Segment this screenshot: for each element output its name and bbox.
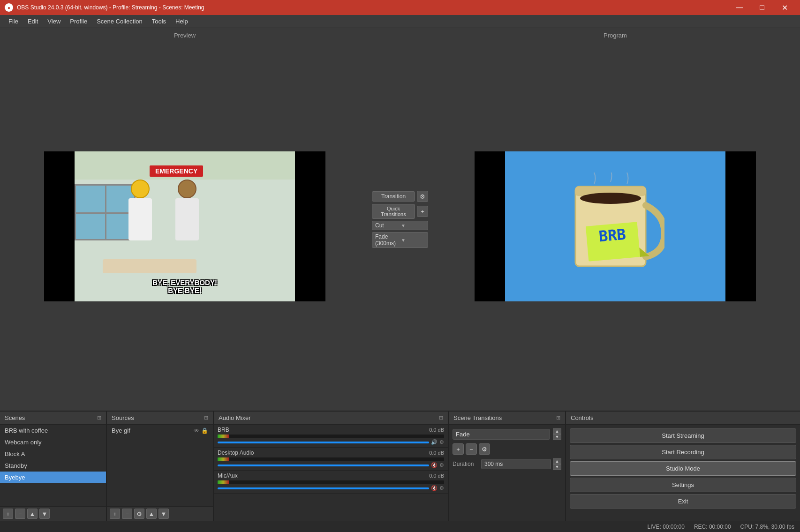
duration-input[interactable]: 300 ms bbox=[481, 459, 551, 469]
transitions-gear-button[interactable]: ⚙ bbox=[479, 443, 490, 455]
brb-channel-name: BRB bbox=[218, 427, 229, 433]
transition-spinner-down[interactable]: ▼ bbox=[553, 434, 561, 440]
brb-settings-icon[interactable]: ⚙ bbox=[439, 439, 444, 445]
menu-scene-collection[interactable]: Scene Collection bbox=[92, 16, 147, 27]
audio-channel-brb: BRB 0.0 dB 🔊 ⚙ bbox=[214, 425, 448, 448]
desktop-settings-icon[interactable]: ⚙ bbox=[439, 462, 444, 468]
controls-panel-header: Controls bbox=[566, 412, 800, 425]
mic-meter bbox=[218, 480, 444, 484]
chevron-down-icon-2: ▼ bbox=[401, 238, 425, 243]
menu-help[interactable]: Help bbox=[171, 16, 193, 27]
scene-item-block[interactable]: Block A bbox=[0, 448, 106, 460]
scene-item-standby[interactable]: Standby bbox=[0, 460, 106, 472]
menu-profile[interactable]: Profile bbox=[65, 16, 92, 27]
preview-simpsons-scene: EMERGENCY bbox=[75, 151, 295, 301]
start-streaming-button[interactable]: Start Streaming bbox=[570, 428, 796, 443]
mic-mute-icon[interactable]: 🔇 bbox=[431, 485, 438, 491]
scenes-down-button[interactable]: ▼ bbox=[39, 509, 50, 519]
main-area: Preview EMERGENCY bbox=[0, 28, 800, 532]
mic-meter-fill bbox=[218, 480, 229, 484]
sources-down-button[interactable]: ▼ bbox=[158, 509, 169, 519]
sources-up-button[interactable]: ▲ bbox=[146, 509, 157, 519]
audio-mixer-icon[interactable]: ⊞ bbox=[439, 415, 443, 421]
preview-label: Preview bbox=[174, 32, 196, 39]
scenes-list: BRB with coffee Webcam only Block A Stan… bbox=[0, 425, 106, 506]
program-scene-content: BRB bbox=[505, 151, 725, 301]
quick-transitions-add-button[interactable]: + bbox=[417, 206, 428, 217]
preview-scene-content: EMERGENCY bbox=[75, 151, 295, 301]
menubar: File Edit View Profile Scene Collection … bbox=[0, 15, 800, 28]
minimize-button[interactable]: — bbox=[729, 0, 750, 15]
program-label: Program bbox=[604, 32, 627, 39]
scenes-panel-header: Scenes ⊞ bbox=[0, 412, 106, 425]
brb-mute-icon[interactable]: 🔊 bbox=[431, 439, 438, 445]
lock-icon[interactable]: 🔒 bbox=[201, 427, 208, 434]
brb-db: 0.0 dB bbox=[429, 427, 444, 433]
obs-icon: ● bbox=[5, 3, 13, 12]
controls-panel: Controls Start Streaming Start Recording… bbox=[566, 412, 800, 521]
menu-edit[interactable]: Edit bbox=[23, 16, 43, 27]
menu-tools[interactable]: Tools bbox=[147, 16, 171, 27]
emergency-sign: EMERGENCY bbox=[150, 165, 203, 177]
transition-fade-item[interactable]: Fade (300ms) ▼ bbox=[372, 232, 428, 248]
scenes-add-button[interactable]: + bbox=[3, 509, 13, 519]
settings-button[interactable]: Settings bbox=[570, 478, 796, 492]
scene-transitions-icon[interactable]: ⊞ bbox=[556, 415, 560, 421]
transition-select-row: Fade ▲ ▼ bbox=[453, 428, 561, 440]
mic-slider[interactable] bbox=[218, 487, 429, 489]
transition-select[interactable]: Fade bbox=[453, 429, 550, 440]
scenes-panel-icon[interactable]: ⊞ bbox=[97, 415, 101, 421]
desktop-controls: 🔇 ⚙ bbox=[218, 462, 444, 468]
sources-properties-button[interactable]: ⚙ bbox=[134, 509, 144, 519]
menu-file[interactable]: File bbox=[4, 16, 23, 27]
desktop-mute-icon[interactable]: 🔇 bbox=[431, 462, 438, 468]
window-controls[interactable]: — □ ✕ bbox=[729, 0, 795, 15]
scene-item-webcam[interactable]: Webcam only bbox=[0, 436, 106, 448]
brb-meter bbox=[218, 435, 444, 438]
mic-channel-header: Mic/Aux 0.0 dB bbox=[218, 472, 444, 479]
mic-settings-icon[interactable]: ⚙ bbox=[439, 485, 444, 491]
brb-meter-fill bbox=[218, 435, 229, 438]
preview-video-area: EMERGENCY bbox=[0, 42, 370, 411]
audio-channels-list: BRB 0.0 dB 🔊 ⚙ Desktop Audio bbox=[214, 425, 448, 521]
sources-remove-button[interactable]: − bbox=[122, 509, 132, 519]
close-button[interactable]: ✕ bbox=[774, 0, 795, 15]
start-recording-button[interactable]: Start Recording bbox=[570, 445, 796, 459]
duration-spinner-up[interactable]: ▲ bbox=[553, 458, 561, 464]
scenes-up-button[interactable]: ▲ bbox=[27, 509, 38, 519]
source-item-bye-gif[interactable]: Bye gif 👁 🔒 bbox=[107, 425, 213, 436]
eye-icon[interactable]: 👁 bbox=[194, 427, 199, 434]
duration-label: Duration bbox=[453, 461, 478, 467]
audio-channel-desktop: Desktop Audio 0.0 dB 🔇 ⚙ bbox=[214, 448, 448, 471]
sources-add-button[interactable]: + bbox=[110, 509, 120, 519]
mic-controls: 🔇 ⚙ bbox=[218, 485, 444, 491]
sources-list: Bye gif 👁 🔒 bbox=[107, 425, 213, 506]
transition-spinner-up[interactable]: ▲ bbox=[553, 428, 561, 434]
scene-item-brb[interactable]: BRB with coffee bbox=[0, 425, 106, 436]
desktop-db: 0.0 dB bbox=[429, 450, 444, 456]
scenes-remove-button[interactable]: − bbox=[15, 509, 25, 519]
audio-mixer-title: Audio Mixer bbox=[219, 414, 251, 421]
exit-button[interactable]: Exit bbox=[570, 494, 796, 509]
program-black-right bbox=[725, 151, 756, 301]
maximize-button[interactable]: □ bbox=[751, 0, 773, 15]
transition-gear-button[interactable]: ⚙ bbox=[417, 191, 428, 202]
transitions-remove-button[interactable]: − bbox=[466, 443, 477, 455]
preview-video-container: EMERGENCY bbox=[44, 151, 325, 301]
menu-view[interactable]: View bbox=[43, 16, 65, 27]
brb-slider[interactable] bbox=[218, 442, 429, 443]
transition-label: Transition bbox=[372, 191, 415, 202]
scene-transitions-header: Scene Transitions ⊞ bbox=[449, 412, 565, 425]
transitions-add-button[interactable]: + bbox=[453, 443, 464, 455]
sources-panel-icon[interactable]: ⊞ bbox=[204, 415, 208, 421]
transition-cut-item[interactable]: Cut ▼ bbox=[372, 221, 428, 230]
duration-spinner: ▲ ▼ bbox=[553, 458, 561, 470]
scene-item-byebye[interactable]: Byebye bbox=[0, 472, 106, 483]
scenes-panel-title: Scenes bbox=[5, 414, 25, 421]
statusbar: LIVE: 00:00:00 REC: 00:00:00 CPU: 7.8%, … bbox=[0, 521, 800, 532]
studio-mode-button[interactable]: Studio Mode bbox=[570, 461, 796, 476]
duration-input-group: 300 ms ▲ ▼ bbox=[481, 458, 561, 470]
duration-spinner-down[interactable]: ▼ bbox=[553, 464, 561, 470]
brb-mug-svg: BRB bbox=[566, 172, 664, 280]
desktop-slider[interactable] bbox=[218, 465, 429, 466]
